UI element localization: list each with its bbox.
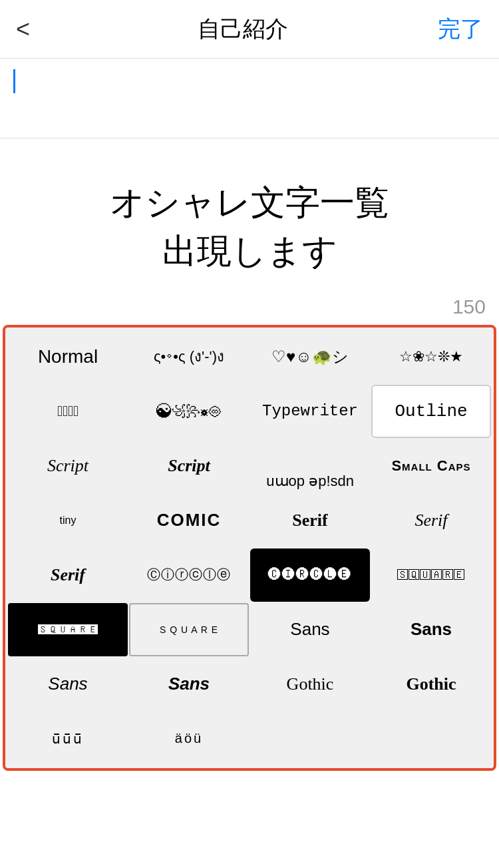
char-count: 150 bbox=[0, 289, 499, 325]
prompt-line2: 出現します bbox=[162, 232, 337, 270]
back-button[interactable]: < bbox=[16, 15, 56, 43]
font-cell-comic[interactable]: COMIC bbox=[129, 494, 249, 547]
font-cell-typewriter[interactable]: Typewriter bbox=[250, 385, 370, 438]
font-cell-outline[interactable]: Outline bbox=[371, 385, 491, 438]
font-cell-sans-bold-italic[interactable]: Sans bbox=[129, 658, 249, 711]
font-cell-gothic-bold[interactable]: Gothic bbox=[371, 658, 491, 711]
font-cell-serif-italic[interactable]: Serif bbox=[371, 494, 491, 547]
font-cell-hearts[interactable]: ♡♥☺🐢シ bbox=[250, 330, 370, 383]
prompt-message: オシャレ文字一覧 出現します bbox=[110, 178, 389, 276]
navigation-bar: < 自己紹介 完了 bbox=[0, 0, 499, 59]
font-cell-symbols1[interactable]: ς•༚•ς (ง'-')ง bbox=[129, 330, 249, 383]
font-style-grid-container: Normal ς•༚•ς (ง'-')ง ♡♥☺🐢シ ☆❀☆❊★ 𓅃𓅜𓀀𓀤 ☯꧁… bbox=[3, 325, 496, 771]
page-title: 自己紹介 bbox=[56, 14, 430, 45]
font-cell-stars[interactable]: ☆❀☆❊★ bbox=[371, 330, 491, 383]
font-cell-normal[interactable]: Normal bbox=[8, 330, 128, 383]
font-cell-empty2 bbox=[371, 712, 491, 765]
prompt-line1: オシャレ文字一覧 bbox=[110, 183, 389, 222]
font-cell-tiny[interactable]: tiny bbox=[8, 494, 128, 547]
font-cell-square-filled[interactable]: 🆂🆀🆄🅰🆁🅴 bbox=[8, 603, 128, 656]
font-cell-smallcaps[interactable]: Small Caps bbox=[371, 439, 491, 493]
font-cell-sans[interactable]: Sans bbox=[250, 603, 370, 656]
font-cell-square-outline[interactable]: S Q U A R E bbox=[129, 603, 249, 656]
font-cell-sans-italic[interactable]: Sans bbox=[8, 658, 128, 711]
font-cell-serif-bold[interactable]: Serif bbox=[250, 494, 370, 547]
text-cursor bbox=[13, 69, 15, 93]
font-cell-empty1 bbox=[250, 712, 370, 765]
text-input-area[interactable] bbox=[0, 59, 499, 138]
font-cell-dotted2[interactable]: äöü bbox=[129, 712, 249, 765]
font-cell-egypt[interactable]: 𓅃𓅜𓀀𓀤 bbox=[8, 385, 128, 438]
font-cell-upsidedown[interactable]: uɯop ǝp!sdn bbox=[250, 439, 370, 493]
font-cell-swirls[interactable]: ☯꧁꧂☸♾ bbox=[129, 385, 249, 438]
font-cell-square-border[interactable]: 🅂🅀🅄🄰🅁🄴 bbox=[371, 548, 491, 602]
font-style-grid: Normal ς•༚•ς (ง'-')ง ♡♥☺🐢シ ☆❀☆❊★ 𓅃𓅜𓀀𓀤 ☯꧁… bbox=[8, 330, 491, 765]
font-cell-dotted1[interactable]: ü̈ü̈ü̈ bbox=[8, 712, 128, 765]
done-button[interactable]: 完了 bbox=[430, 14, 483, 45]
font-cell-script-bold[interactable]: Script bbox=[129, 439, 249, 493]
font-cell-serif-bold-italic[interactable]: Serif bbox=[8, 548, 128, 602]
font-cell-sans-bold[interactable]: Sans bbox=[371, 603, 491, 656]
prompt-area: オシャレ文字一覧 出現します bbox=[0, 138, 499, 289]
font-cell-script[interactable]: Script bbox=[8, 439, 128, 493]
font-cell-gothic[interactable]: Gothic bbox=[250, 658, 370, 711]
font-cell-circle-filled[interactable]: 🅒🅘🅡🅒🅛🅔 bbox=[250, 548, 370, 602]
font-cell-circle-outline[interactable]: Ⓒⓘⓡⓒⓛⓔ bbox=[129, 548, 249, 602]
back-icon: < bbox=[16, 15, 30, 43]
